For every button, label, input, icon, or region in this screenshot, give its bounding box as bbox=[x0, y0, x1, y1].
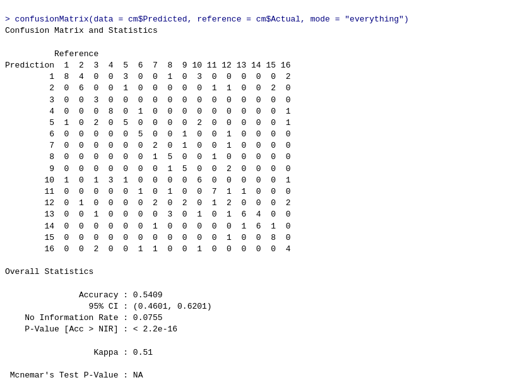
command-line: > confusionMatrix(data = cm$Predicted, r… bbox=[5, 15, 409, 24]
console-output: > confusionMatrix(data = cm$Predicted, r… bbox=[5, 3, 527, 381]
